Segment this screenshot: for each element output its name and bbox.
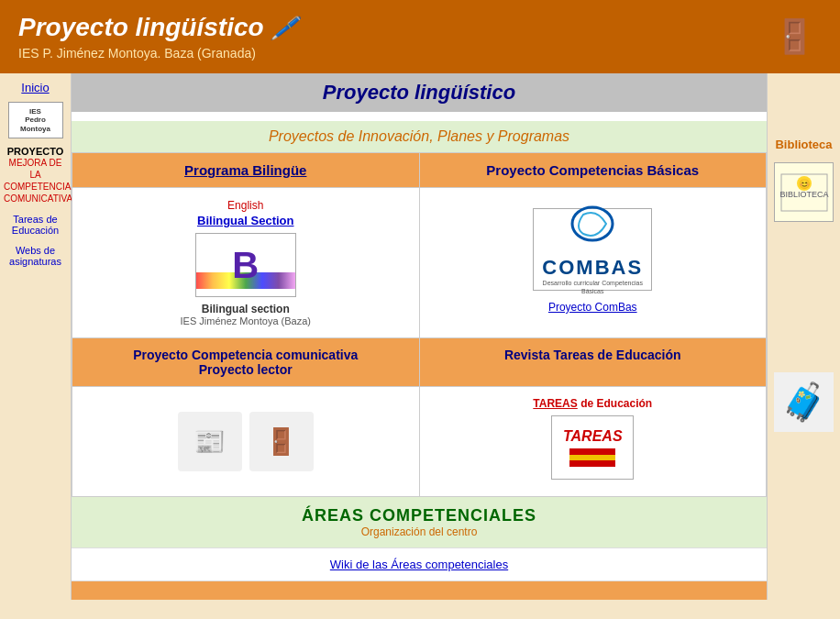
spacer1 bbox=[72, 112, 767, 121]
sidebar-webs[interactable]: Webs de asignaturas bbox=[4, 245, 67, 267]
areas-section: ÁREAS COMPETENCIALES Organización del ce… bbox=[72, 497, 767, 547]
areas-subtitle: Organización del centro bbox=[81, 525, 757, 538]
tareas-flag-decoration bbox=[569, 448, 615, 467]
combas-circle bbox=[565, 204, 620, 252]
biblioteca-img: BIBLIOTECA 😊 bbox=[774, 162, 834, 222]
combas-box: COMBAS Desarrollo curricular Competencia… bbox=[533, 208, 652, 291]
header-title: Proyecto lingüístico 🖊️ bbox=[18, 13, 298, 42]
comunicativa-icons: 📰 🚪 bbox=[80, 398, 412, 485]
svg-text:BIBLIOTECA: BIBLIOTECA bbox=[779, 190, 828, 199]
comunicativa-content: 📰 🚪 bbox=[72, 387, 420, 497]
svg-rect-3 bbox=[569, 460, 615, 467]
sidebar-tareas[interactable]: Tareas de Educación bbox=[4, 214, 67, 236]
right-sidebar: Biblioteca BIBLIOTECA 😊 🧳 bbox=[767, 73, 840, 600]
bilingual-section-link[interactable]: Bilingual Section bbox=[80, 214, 412, 227]
briefcase-icon: 🧳 bbox=[781, 381, 827, 424]
wiki-row: Wiki de las Áreas competenciales bbox=[72, 547, 767, 581]
wiki-link[interactable]: Wiki de las Áreas competenciales bbox=[330, 558, 508, 571]
main-content: Proyecto lingüístico Proyectos de Innova… bbox=[72, 73, 767, 600]
door-person-icon: 🚪 bbox=[249, 412, 314, 471]
sidebar-inicio[interactable]: Inicio bbox=[4, 81, 67, 94]
programs-content-row: English Bilingual Section B Bilingual se… bbox=[72, 188, 767, 338]
combas-content: COMBAS Desarrollo curricular Competencia… bbox=[419, 188, 767, 338]
svg-text:😊: 😊 bbox=[799, 178, 811, 190]
revista-header: Revista Tareas de Educación bbox=[419, 338, 767, 387]
webs-asignaturas-link[interactable]: Webs de asignaturas bbox=[4, 245, 67, 267]
bilingual-header: Programa Bilingüe bbox=[72, 153, 420, 188]
sidebar-proyecto: PROYECTO MEJORA DE LA COMPETENCIA COMUNI… bbox=[4, 146, 67, 204]
combas-sub: Desarrollo curricular Competencias Básic… bbox=[539, 280, 646, 295]
tareas-content: TAREAS de Educación TAREAS bbox=[419, 387, 767, 497]
tareas-logo-text: TAREAS bbox=[563, 428, 623, 445]
mejora-competencia-link[interactable]: MEJORA DE LA COMPETENCIA COMUNICATIVA bbox=[4, 157, 67, 204]
bilingual-subcaption: IES Jiménez Montoya (Baza) bbox=[80, 315, 412, 326]
programa-bilingual-link[interactable]: Programa Bilingüe bbox=[184, 162, 306, 178]
tareas-educacion-link[interactable]: Tareas de Educación bbox=[4, 214, 67, 236]
innovation-section-header: Proyectos de Innovación, Planes y Progra… bbox=[72, 121, 767, 152]
bilingual-logo: B bbox=[195, 233, 296, 297]
tareas-title: TAREAS de Educación bbox=[429, 396, 757, 410]
page-title-bar: Proyecto lingüístico bbox=[72, 73, 767, 112]
svg-rect-2 bbox=[569, 455, 615, 460]
english-label: English bbox=[80, 199, 412, 212]
left-sidebar: Inicio IES Pedro Montoya PROYECTO MEJORA… bbox=[0, 73, 72, 600]
tareas-logo-box: TAREAS bbox=[551, 415, 634, 480]
header-door-icon: 🚪 bbox=[767, 9, 822, 64]
programs-table: Programa Bilingüe Proyecto Competencias … bbox=[72, 152, 767, 497]
areas-title: ÁREAS COMPETENCIALES bbox=[81, 506, 757, 525]
newspaper-icon: 📰 bbox=[178, 412, 242, 471]
tareas-educacion-main-link[interactable]: TAREAS de Educación bbox=[533, 397, 652, 410]
proyecto-combas-link[interactable]: Proyecto ComBas bbox=[548, 301, 637, 314]
comunicativa-content-row: 📰 🚪 TAREAS de Educación TAREAS bbox=[72, 387, 767, 497]
biblioteca-label: Biblioteca bbox=[775, 138, 832, 151]
main-layout: Inicio IES Pedro Montoya PROYECTO MEJORA… bbox=[0, 73, 840, 600]
comunicativa-header: Proyecto Competencia comunicativa Proyec… bbox=[72, 338, 420, 387]
briefcase-img: 🧳 bbox=[774, 372, 834, 432]
page-title: Proyecto lingüístico bbox=[79, 81, 759, 105]
comunicativa-row-header: Proyecto Competencia comunicativa Proyec… bbox=[72, 338, 767, 387]
inicio-link[interactable]: Inicio bbox=[21, 81, 49, 94]
bilingual-content: English Bilingual Section B Bilingual se… bbox=[72, 188, 420, 338]
bilingual-caption: Bilingual section bbox=[80, 303, 412, 315]
header-left: Proyecto lingüístico 🖊️ IES P. Jiménez M… bbox=[18, 13, 298, 61]
svg-rect-1 bbox=[569, 448, 615, 455]
bottom-bar bbox=[72, 581, 767, 600]
header: Proyecto lingüístico 🖊️ IES P. Jiménez M… bbox=[0, 0, 840, 73]
ink-icon: 🖊️ bbox=[271, 16, 298, 40]
header-subtitle: IES P. Jiménez Montoya. Baza (Granada) bbox=[18, 46, 298, 61]
competencias-header: Proyecto Competencias Básicas bbox=[419, 153, 767, 188]
combas-logo-text: COMBAS bbox=[542, 256, 643, 280]
programs-header-row: Programa Bilingüe Proyecto Competencias … bbox=[72, 153, 767, 188]
sidebar-logo: IES Pedro Montoya bbox=[8, 102, 63, 138]
